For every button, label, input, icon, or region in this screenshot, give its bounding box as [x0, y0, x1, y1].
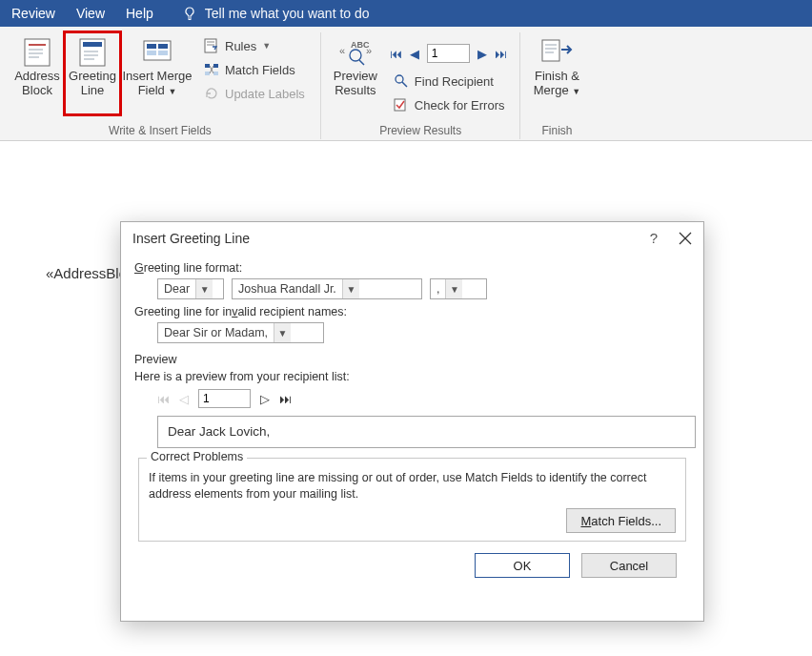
svg-text:»: » — [366, 45, 372, 56]
salutation-combo[interactable]: Dear ▼ — [157, 278, 224, 299]
ok-button[interactable]: OK — [475, 553, 570, 578]
svg-rect-21 — [213, 72, 218, 75]
preview-section-label: Preview — [134, 353, 690, 366]
svg-rect-19 — [213, 64, 218, 68]
svg-rect-20 — [205, 72, 210, 75]
preview-results-icon: «ABC» — [339, 36, 372, 69]
chevron-down-icon: ▼ — [274, 323, 291, 342]
rules-label: Rules — [225, 39, 256, 53]
svg-rect-11 — [147, 44, 156, 49]
svg-line-30 — [402, 82, 407, 87]
svg-rect-6 — [83, 42, 102, 47]
prev-record-icon[interactable]: ◀ — [410, 47, 419, 61]
insert-merge-field-label: Insert Merge Field ▼ — [122, 69, 193, 99]
format-label: Greeting line format: — [134, 261, 690, 275]
group-write-insert: Address Block Greeting Line Insert Merge… — [0, 32, 321, 139]
preview-results-button[interactable]: «ABC» Preview Results — [327, 32, 384, 114]
insert-greeting-dialog: Insert Greeting Line ? Greeting line for… — [120, 221, 704, 622]
lightbulb-icon — [182, 6, 197, 21]
svg-point-29 — [396, 75, 403, 83]
preview-index-input[interactable] — [198, 389, 251, 408]
address-block-label: Address Block — [11, 69, 63, 97]
punctuation-combo[interactable]: , ▼ — [430, 278, 487, 299]
insert-merge-field-button[interactable]: Insert Merge Field ▼ — [120, 32, 194, 116]
find-recipient-label: Find Recipient — [415, 74, 494, 89]
preview-nav-col: ⏮ ◀ ▶ ⏭ Find Recipient Check for Errors — [384, 32, 515, 118]
dialog-footer: OK Cancel — [134, 542, 690, 578]
correct-problems-group: Correct Problems If items in your greeti… — [138, 458, 686, 542]
chevron-down-icon: ▼ — [195, 279, 213, 298]
chevron-down-icon: ▼ — [445, 279, 462, 298]
group-label-write: Write & Insert Fields — [0, 124, 320, 137]
svg-rect-18 — [205, 64, 210, 68]
name-format-value: Joshua Randall Jr. — [233, 282, 342, 296]
group-finish: Finish & Merge ▼ Finish — [520, 32, 593, 139]
check-errors-label: Check for Errors — [415, 98, 505, 113]
rules-button[interactable]: Rules▼ — [200, 34, 309, 57]
invalid-label: Greeting line for invalid recipient name… — [134, 305, 690, 318]
preview-text: Dear Jack Lovich, — [168, 424, 270, 439]
svg-rect-15 — [205, 39, 216, 52]
preview-results-label: Preview Results — [329, 69, 382, 97]
tab-view[interactable]: View — [76, 6, 105, 21]
chevron-down-icon: ▼ — [342, 279, 359, 298]
match-fields-label: Match Fields — [225, 63, 295, 77]
svg-line-28 — [359, 60, 364, 65]
dialog-body: Greeting line format: Dear ▼ Joshua Rand… — [121, 252, 703, 587]
finish-merge-icon — [540, 36, 573, 69]
insert-merge-field-icon — [143, 36, 172, 69]
write-extra-buttons: Rules▼ Match Fields Update Labels — [194, 32, 315, 107]
svg-rect-13 — [147, 51, 156, 55]
finish-merge-button[interactable]: Finish & Merge ▼ — [526, 32, 587, 116]
svg-text:«: « — [339, 45, 345, 56]
preview-first-icon: ⏮ — [157, 392, 170, 406]
ribbon: Address Block Greeting Line Insert Merge… — [0, 27, 812, 141]
salutation-value: Dear — [158, 282, 195, 296]
tell-me-search[interactable]: Tell me what you want to do — [182, 6, 370, 21]
record-number-input[interactable] — [427, 44, 470, 63]
group-label-finish: Finish — [520, 124, 593, 137]
check-errors-button[interactable]: Check for Errors — [390, 93, 509, 116]
tab-review[interactable]: Review — [11, 6, 55, 21]
update-labels-button: Update Labels — [200, 82, 309, 105]
preview-next-icon[interactable]: ▷ — [260, 392, 270, 406]
preview-prev-icon: ◁ — [179, 392, 189, 406]
punctuation-value: , — [431, 282, 445, 296]
correct-problems-legend: Correct Problems — [147, 450, 247, 463]
last-record-icon[interactable]: ⏭ — [495, 47, 507, 61]
invalid-value: Dear Sir or Madam, — [158, 326, 274, 339]
invalid-combo[interactable]: Dear Sir or Madam, ▼ — [157, 322, 324, 343]
dialog-title: Insert Greeting Line — [132, 231, 250, 246]
next-record-icon[interactable]: ▶ — [477, 47, 487, 61]
dialog-titlebar: Insert Greeting Line ? — [121, 222, 703, 252]
finish-merge-label: Finish & Merge ▼ — [528, 69, 585, 99]
update-labels-label: Update Labels — [225, 87, 305, 101]
tell-me-label: Tell me what you want to do — [205, 6, 370, 21]
address-block-button[interactable]: Address Block — [10, 32, 65, 114]
correct-problems-hint: If items in your greeting line are missi… — [149, 470, 676, 502]
cancel-button[interactable]: Cancel — [581, 553, 677, 578]
first-record-icon[interactable]: ⏮ — [390, 47, 402, 61]
name-format-combo[interactable]: Joshua Randall Jr. ▼ — [232, 278, 422, 299]
svg-rect-0 — [25, 39, 50, 66]
greeting-line-icon — [79, 36, 106, 69]
svg-rect-32 — [542, 40, 559, 61]
greeting-line-label: Greeting Line — [67, 69, 118, 97]
svg-rect-14 — [158, 51, 168, 55]
close-icon[interactable] — [679, 232, 692, 245]
find-recipient-button[interactable]: Find Recipient — [390, 70, 509, 92]
match-fields-dialog-button[interactable]: Match Fields... — [566, 508, 676, 533]
preview-box: Dear Jack Lovich, — [157, 416, 696, 448]
preview-hint: Here is a preview from your recipient li… — [134, 370, 690, 383]
preview-nav: ⏮ ◁ ▷ ⏭ — [157, 389, 690, 408]
greeting-line-button[interactable]: Greeting Line — [65, 32, 120, 114]
dialog-help-button[interactable]: ? — [650, 230, 658, 246]
tab-help[interactable]: Help — [126, 6, 153, 21]
svg-rect-12 — [158, 44, 168, 49]
match-fields-button[interactable]: Match Fields — [200, 58, 309, 81]
group-preview-results: «ABC» Preview Results ⏮ ◀ ▶ ⏭ Find Recip… — [321, 32, 521, 139]
address-block-icon — [24, 36, 51, 69]
preview-last-icon[interactable]: ⏭ — [279, 392, 292, 406]
group-label-preview: Preview Results — [321, 124, 520, 137]
menubar: Review View Help Tell me what you want t… — [0, 0, 812, 27]
